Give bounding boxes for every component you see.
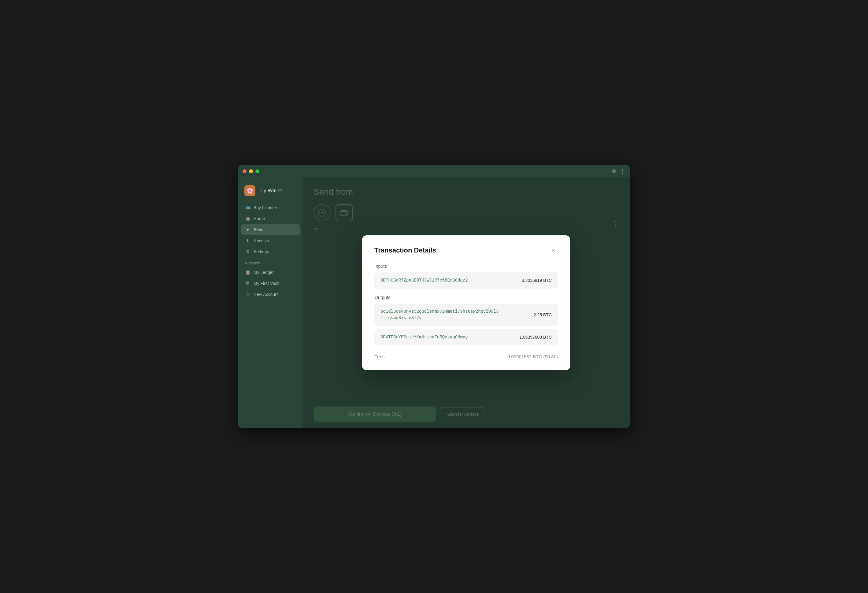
- sidebar-item-new-account[interactable]: ➕ New Account: [241, 289, 300, 300]
- logo-text: Lily Wallet: [258, 188, 282, 194]
- sidebar-item-home[interactable]: 🏠 Home: [241, 213, 300, 224]
- buy-license-icon: 🪪: [245, 205, 251, 210]
- accounts-section-label: Accounts: [238, 257, 303, 267]
- fees-row: Fees: 0.00001582 BTC ($0.30): [374, 353, 558, 359]
- sidebar-item-label: New Account: [254, 292, 279, 297]
- title-bar-right: ⋮: [612, 168, 626, 175]
- outputs-section-label: Outputs: [374, 295, 558, 300]
- sidebar-item-receive[interactable]: ⬇ Receive: [241, 235, 300, 246]
- sidebar-item-label: My Ledger: [254, 270, 274, 275]
- home-icon: 🏠: [245, 216, 251, 221]
- sidebar-item-label: Receive: [254, 238, 269, 243]
- maximize-button[interactable]: [255, 169, 259, 173]
- modal-title: Transaction Details: [374, 246, 436, 254]
- sidebar: 🌸 Lily Wallet 🪪 Buy License 🏠 Home ➤ Sen…: [238, 177, 303, 428]
- sidebar-item-settings[interactable]: ⚙ Settings: [241, 246, 300, 257]
- main-area: Send from Tr... ⋮: [303, 177, 630, 428]
- sidebar-logo: 🌸 Lily Wallet: [238, 182, 303, 202]
- sidebar-item-label: Settings: [254, 249, 269, 254]
- tb-menu-icon[interactable]: ⋮: [620, 168, 626, 175]
- sidebar-item-my-first-vault[interactable]: 🏛 My First Vault: [241, 278, 300, 288]
- output-address-1: bc1ql3csk8nvs52gudlermx724metl79hsusw2hp…: [381, 308, 500, 321]
- sidebar-item-label: My First Vault: [254, 281, 279, 286]
- transaction-details-modal: Transaction Details × Inputs 3DTnCSdR7Zp…: [362, 235, 570, 370]
- modal-overlay: Transaction Details × Inputs 3DTnCSdR7Zp…: [303, 177, 630, 428]
- accounts-nav: 📋 My Ledger 🏛 My First Vault ➕ New Accou…: [238, 267, 303, 300]
- modal-close-button[interactable]: ×: [549, 246, 558, 255]
- app-body: 🌸 Lily Wallet 🪪 Buy License 🏠 Home ➤ Sen…: [238, 177, 630, 428]
- output-row-2: 3PXTFSeYESuieYKmNsicdFqRQozggGMwpy 1.053…: [374, 329, 558, 346]
- vault-icon: 🏛: [245, 281, 251, 286]
- title-bar: ⋮: [238, 165, 630, 177]
- inputs-section-label: Inputs: [374, 263, 558, 269]
- sidebar-item-send[interactable]: ➤ Send: [241, 224, 300, 235]
- fees-amount: 0.00001582 BTC ($0.30): [508, 354, 558, 359]
- modal-header: Transaction Details ×: [374, 246, 558, 255]
- traffic-lights: [242, 169, 259, 173]
- output-row-1: bc1ql3csk8nvs52gudlermx724metl79hsusw2hp…: [374, 303, 558, 326]
- send-icon: ➤: [245, 227, 251, 232]
- tb-indicator: [612, 169, 616, 173]
- new-account-icon: ➕: [245, 292, 251, 297]
- sidebar-nav: 🪪 Buy License 🏠 Home ➤ Send ⬇ Receive ⚙: [238, 202, 303, 257]
- close-button[interactable]: [242, 169, 247, 173]
- receive-icon: ⬇: [245, 238, 251, 243]
- output-amount-2: 1.05357608 BTC: [519, 335, 552, 340]
- output-address-2: 3PXTFSeYESuieYKmNsicdFqRQozggGMwpy: [381, 334, 468, 340]
- sidebar-item-buy-license[interactable]: 🪪 Buy License: [241, 202, 300, 213]
- sidebar-item-label: Send: [254, 227, 264, 232]
- sidebar-item-label: Home: [254, 216, 265, 221]
- input-amount: 3.3035919 BTC: [522, 278, 552, 283]
- settings-icon: ⚙: [245, 249, 251, 254]
- sidebar-item-my-ledger[interactable]: 📋 My Ledger: [241, 267, 300, 278]
- output-amount-1: 2.25 BTC: [534, 312, 552, 317]
- sidebar-item-label: Buy License: [254, 205, 277, 210]
- logo-icon: 🌸: [244, 185, 255, 196]
- ledger-icon: 📋: [245, 270, 251, 275]
- app-window: ⋮ 🌸 Lily Wallet 🪪 Buy License 🏠 Home ➤: [238, 165, 630, 428]
- input-row: 3DTnCSdR7ZpnaEDTH3WC1R7c68EcQ8dqz2 3.303…: [374, 272, 558, 288]
- fees-label: Fees:: [374, 354, 386, 359]
- input-address: 3DTnCSdR7ZpnaEDTH3WC1R7c68EcQ8dqz2: [381, 277, 468, 284]
- minimize-button[interactable]: [249, 169, 253, 173]
- section-divider: Outputs: [374, 295, 558, 300]
